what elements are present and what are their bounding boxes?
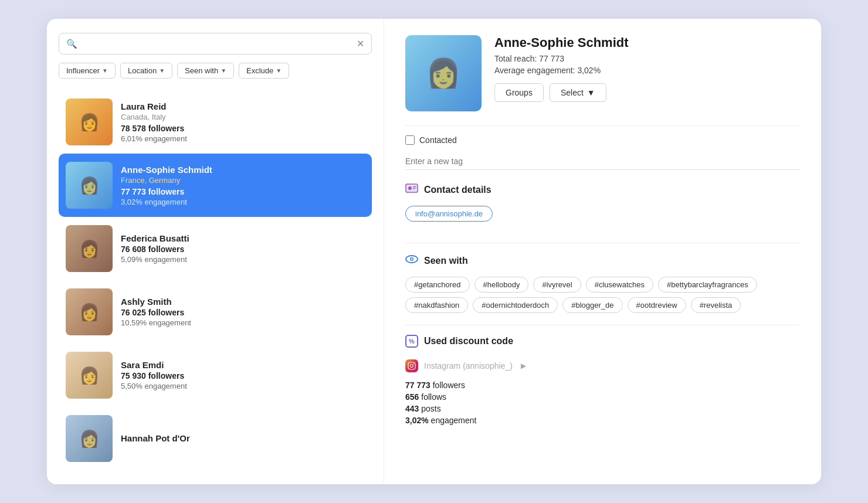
list-item[interactable]: 👩 Ashly Smith 76 025 followers 10,59% en… (59, 280, 372, 344)
profile-avatar: 👩 (405, 35, 482, 111)
right-panel: 👩 Anne-Sophie Schmidt Total reach: 77 77… (384, 19, 821, 484)
seen-with-section: Seen with (405, 253, 800, 269)
filter-exclude[interactable]: Exclude ▼ (239, 63, 289, 79)
svg-point-9 (413, 363, 415, 365)
influencer-name: Laura Reid (121, 101, 365, 111)
profile-avatar-placeholder: 👩 (405, 35, 482, 111)
influencer-name: Sara Emdi (121, 360, 365, 370)
influencer-engagement: 5,50% engagement (121, 382, 365, 390)
tag[interactable]: #ivyrevel (533, 277, 581, 293)
filter-influencer[interactable]: Influencer ▼ (59, 63, 116, 79)
influencer-followers: 76 608 followers (121, 244, 365, 254)
chevron-down-icon: ▼ (276, 67, 282, 74)
select-label: Select (561, 88, 584, 97)
groups-button[interactable]: Groups (494, 83, 544, 102)
tag-input[interactable] (405, 153, 800, 170)
influencer-engagement: 3,02% engagement (121, 198, 365, 206)
influencer-location: France, Germany (121, 176, 365, 185)
influencer-followers: 78 578 followers (121, 124, 365, 133)
filter-seen-with[interactable]: Seen with ▼ (177, 63, 234, 79)
seen-with-icon (405, 253, 418, 269)
instagram-stats: 77 773 followers 656 follows 443 posts 3… (405, 380, 800, 425)
app-container: 🔍 followers:20000-40000 engagement:4%-10… (47, 19, 821, 484)
seen-with-tags: #getanchored #hellobody #ivyrevel #cluse… (405, 277, 800, 313)
clear-icon[interactable]: ✕ (357, 38, 364, 49)
instagram-posts-stat: 443 posts (405, 404, 800, 413)
avatar: 👩 (66, 225, 113, 272)
list-item[interactable]: 👩 Federica Busatti 76 608 followers 5,09… (59, 217, 372, 280)
influencer-info: Ashly Smith 76 025 followers 10,59% enga… (121, 297, 365, 327)
svg-point-8 (411, 365, 413, 368)
tag[interactable]: #ootdreview (628, 297, 686, 313)
divider (405, 243, 800, 243)
search-input[interactable]: followers:20000-40000 engagement:4%-10% (82, 39, 352, 49)
tag[interactable]: #clusewatches (586, 277, 653, 293)
instagram-followers-stat: 77 773 followers (405, 380, 800, 390)
instagram-header[interactable]: Instagram (annisophie_) ▶ (405, 359, 800, 372)
influencer-name: Ashly Smith (121, 297, 365, 307)
profile-info: Anne-Sophie Schmidt Total reach: 77 773 … (494, 35, 800, 102)
instagram-engagement-stat: 3,02% engagement (405, 416, 800, 425)
influencer-info: Sara Emdi 75 930 followers 5,50% engagem… (121, 360, 365, 390)
svg-rect-3 (413, 188, 415, 189)
tag[interactable]: #nakdfashion (405, 297, 468, 313)
filters-bar: Influencer ▼ Location ▼ Seen with ▼ Excl… (59, 63, 372, 79)
discount-section: % Used discount code (405, 335, 800, 348)
avatar-placeholder: 👩 (66, 225, 113, 272)
influencer-location: Canada, Italy (121, 113, 365, 121)
avatar: 👩 (66, 288, 113, 335)
avatar-placeholder: 👩 (66, 352, 113, 399)
influencer-info: Laura Reid Canada, Italy 78 578 follower… (121, 101, 365, 143)
contacted-label: Contacted (419, 135, 457, 145)
avatar-placeholder: 👩 (66, 162, 113, 209)
tag[interactable]: #odernichtoderdoch (473, 297, 558, 313)
filter-seen-with-label: Seen with (185, 66, 218, 75)
chevron-down-icon: ▼ (159, 67, 165, 74)
contact-details-icon (405, 182, 418, 198)
filter-influencer-label: Influencer (66, 66, 100, 75)
instagram-follows-stat: 656 follows (405, 392, 800, 402)
influencer-engagement: 6,01% engagement (121, 134, 365, 143)
instagram-handle: Instagram (annisophie_) (424, 361, 513, 371)
select-button[interactable]: Select ▼ (550, 83, 606, 102)
influencer-followers: 77 773 followers (121, 187, 365, 196)
list-item[interactable]: 👩 Sara Emdi 75 930 followers 5,50% engag… (59, 344, 372, 407)
divider (405, 125, 800, 126)
influencer-followers: 75 930 followers (121, 371, 365, 380)
influencer-name: Anne-Sophie Schmidt (121, 165, 365, 175)
influencer-engagement: 5,09% engagement (121, 255, 365, 264)
svg-rect-2 (413, 186, 416, 188)
tag[interactable]: #revelista (691, 297, 741, 313)
avatar-placeholder: 👩 (66, 288, 113, 335)
contact-email[interactable]: info@annisophie.de (405, 206, 493, 222)
select-chevron-icon: ▼ (587, 88, 595, 97)
influencer-info: Federica Busatti 76 608 followers 5,09% … (121, 233, 365, 264)
profile-name: Anne-Sophie Schmidt (494, 35, 800, 50)
search-icon: 🔍 (66, 39, 77, 49)
influencer-name: Hannah Pot d'Or (121, 433, 365, 443)
contacted-checkbox[interactable] (405, 135, 415, 145)
chevron-down-icon: ▼ (221, 67, 226, 74)
list-item[interactable]: 👩 Anne-Sophie Schmidt France, Germany 77… (59, 154, 372, 217)
list-item[interactable]: 👩 Hannah Pot d'Or (59, 407, 372, 470)
influencer-info: Hannah Pot d'Or (121, 433, 365, 444)
tag[interactable]: #blogger_de (562, 297, 622, 313)
filter-location[interactable]: Location ▼ (120, 63, 172, 79)
profile-actions: Groups Select ▼ (494, 83, 800, 102)
influencer-name: Federica Busatti (121, 233, 365, 243)
avatar-placeholder: 👩 (66, 415, 113, 462)
profile-header: 👩 Anne-Sophie Schmidt Total reach: 77 77… (405, 35, 800, 111)
tag[interactable]: #bettybarclayfragrances (658, 277, 757, 293)
chevron-down-icon: ▼ (102, 67, 108, 74)
contact-details-title: Contact details (424, 185, 491, 195)
svg-point-1 (408, 186, 412, 190)
list-item[interactable]: 👩 Laura Reid Canada, Italy 78 578 follow… (59, 90, 372, 154)
left-panel: 🔍 followers:20000-40000 engagement:4%-10… (47, 19, 384, 484)
discount-icon: % (405, 335, 418, 348)
tag[interactable]: #hellobody (474, 277, 529, 293)
contact-details-section: Contact details (405, 182, 800, 198)
avatar-placeholder: 👩 (66, 98, 113, 145)
tag[interactable]: #getanchored (405, 277, 470, 293)
filter-location-label: Location (128, 66, 157, 75)
avatar: 👩 (66, 415, 113, 462)
